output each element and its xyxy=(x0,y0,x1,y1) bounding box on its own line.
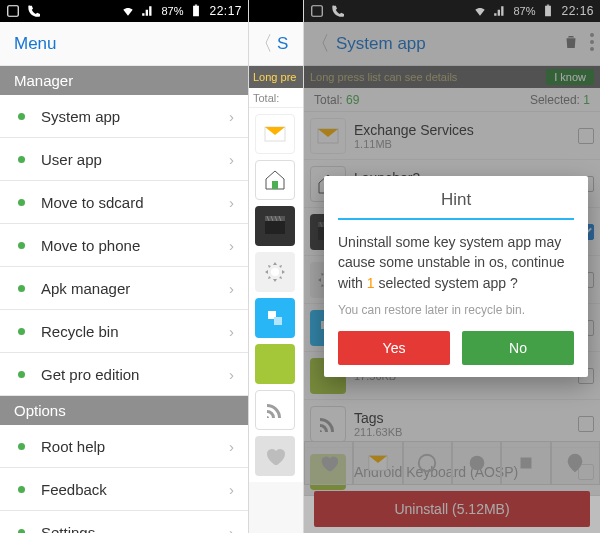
app-icon[interactable] xyxy=(255,206,295,246)
svg-rect-11 xyxy=(269,360,281,370)
section-header: Manager xyxy=(0,66,248,95)
wifi-icon xyxy=(121,4,135,18)
dialog-title: Hint xyxy=(338,190,574,210)
app-icon[interactable] xyxy=(255,160,295,200)
dialog-count: 1 xyxy=(367,275,375,291)
chevron-right-icon: › xyxy=(229,108,234,125)
screen-list-sliver: 〈 S Long pre Total: xyxy=(248,0,303,533)
menu-item[interactable]: Root help› xyxy=(0,425,248,468)
bullet-icon xyxy=(18,199,25,206)
chevron-right-icon: › xyxy=(229,151,234,168)
app-icon[interactable] xyxy=(255,114,295,154)
battery-icon xyxy=(189,4,203,18)
menu-item[interactable]: Recycle bin› xyxy=(0,310,248,353)
chevron-right-icon: › xyxy=(229,323,234,340)
hint-dialog: Hint Uninstall some key system app may c… xyxy=(324,176,588,377)
svg-rect-0 xyxy=(8,6,19,17)
app-icon[interactable] xyxy=(255,344,295,384)
screen-menu: 87% 22:17 Menu ManagerSystem app›User ap… xyxy=(0,0,248,533)
menu-item[interactable]: Get pro edition› xyxy=(0,353,248,396)
app-icon[interactable] xyxy=(255,298,295,338)
totals-row: Total: xyxy=(249,88,303,108)
menu-item-label: Apk manager xyxy=(41,280,229,297)
menu-item-label: Feedback xyxy=(41,481,229,498)
svg-rect-1 xyxy=(194,6,200,17)
menu-list: ManagerSystem app›User app›Move to sdcar… xyxy=(0,66,248,533)
svg-rect-2 xyxy=(195,5,197,6)
chevron-right-icon: › xyxy=(229,438,234,455)
chevron-right-icon: › xyxy=(229,481,234,498)
menu-item[interactable]: Settings› xyxy=(0,511,248,533)
bullet-icon xyxy=(18,443,25,450)
menu-item[interactable]: Move to sdcard› xyxy=(0,181,248,224)
menu-item-label: Move to phone xyxy=(41,237,229,254)
chevron-right-icon: › xyxy=(229,194,234,211)
bullet-icon xyxy=(18,529,25,534)
chevron-right-icon: › xyxy=(229,237,234,254)
phone-icon xyxy=(26,4,40,18)
menu-item-label: Get pro edition xyxy=(41,366,229,383)
hint-banner: Long pre xyxy=(249,66,303,88)
bullet-icon xyxy=(18,486,25,493)
menu-item-label: User app xyxy=(41,151,229,168)
menu-item-label: Settings xyxy=(41,524,229,534)
battery-text: 87% xyxy=(161,5,183,17)
bullet-icon xyxy=(18,328,25,335)
chevron-right-icon: › xyxy=(229,280,234,297)
bullet-icon xyxy=(18,371,25,378)
screen-system-app: 87% 22:16 〈 System app Long press list c… xyxy=(303,0,600,533)
topbar: 〈 S xyxy=(249,22,303,66)
app-icon[interactable] xyxy=(255,390,295,430)
bullet-icon xyxy=(18,285,25,292)
svg-rect-5 xyxy=(265,220,285,234)
chevron-right-icon: › xyxy=(229,524,234,534)
menu-item-label: Root help xyxy=(41,438,229,455)
status-bar: 87% 22:17 xyxy=(0,0,248,22)
dialog-hint: You can restore later in recycle bin. xyxy=(338,303,574,317)
screenshot-icon xyxy=(6,4,20,18)
app-icon[interactable] xyxy=(255,436,295,476)
back-icon[interactable]: 〈 xyxy=(253,30,273,57)
section-header: Options xyxy=(0,396,248,425)
svg-point-7 xyxy=(271,268,279,276)
bullet-icon xyxy=(18,242,25,249)
signal-icon xyxy=(141,4,155,18)
status-bar xyxy=(249,0,303,22)
dialog-divider xyxy=(338,218,574,220)
chevron-right-icon: › xyxy=(229,366,234,383)
menu-title: Menu xyxy=(0,22,248,66)
menu-item[interactable]: User app› xyxy=(0,138,248,181)
dialog-body: Uninstall some key system app may cause … xyxy=(338,232,574,293)
menu-item-label: Move to sdcard xyxy=(41,194,229,211)
dialog-no-button[interactable]: No xyxy=(462,331,574,365)
bullet-icon xyxy=(18,156,25,163)
menu-item[interactable]: Move to phone› xyxy=(0,224,248,267)
bullet-icon xyxy=(18,113,25,120)
menu-item[interactable]: Feedback› xyxy=(0,468,248,511)
menu-item-label: System app xyxy=(41,108,229,125)
menu-item-label: Recycle bin xyxy=(41,323,229,340)
page-title-initial: S xyxy=(277,34,288,54)
menu-item[interactable]: System app› xyxy=(0,95,248,138)
clock-text: 22:17 xyxy=(209,4,242,18)
svg-rect-4 xyxy=(272,181,278,189)
app-icon[interactable] xyxy=(255,252,295,292)
menu-item[interactable]: Apk manager› xyxy=(0,267,248,310)
svg-rect-10 xyxy=(274,317,282,325)
dialog-yes-button[interactable]: Yes xyxy=(338,331,450,365)
